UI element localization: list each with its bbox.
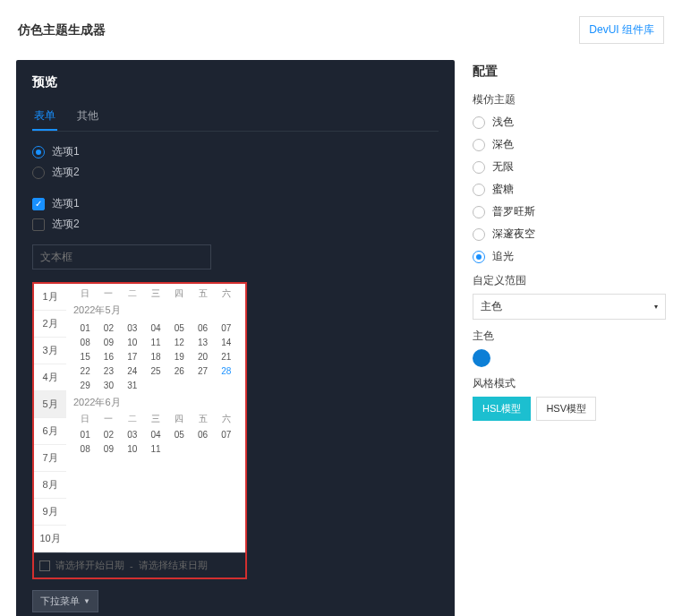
theme-radio-label: 普罗旺斯 [492, 204, 535, 219]
hsl-mode-button[interactable]: HSL模型 [473, 397, 531, 421]
dow-label: 二 [121, 287, 144, 300]
calendar-day[interactable]: 06 [191, 427, 214, 441]
calendar-day[interactable]: 10 [121, 441, 144, 456]
tab-other[interactable]: 其他 [75, 103, 100, 131]
calendar-day[interactable]: 25 [144, 364, 167, 378]
theme-radio-label: 深色 [492, 137, 514, 152]
calendar-day[interactable]: 22 [73, 364, 97, 378]
calendar-day[interactable]: 27 [191, 364, 214, 378]
devui-library-button[interactable]: DevUI 组件库 [579, 16, 664, 44]
datepicker-range-input[interactable]: 请选择开始日期 - 请选择结束日期 [34, 552, 245, 578]
calendar-day[interactable]: 09 [97, 335, 120, 349]
calendar-day[interactable]: 01 [73, 427, 97, 441]
datepicker-month-item[interactable]: 2月 [34, 311, 66, 338]
calendar-day[interactable]: 07 [215, 427, 238, 441]
custom-range-label: 自定义范围 [473, 273, 666, 288]
dropdown-menu[interactable]: 下拉菜单▼ [32, 590, 98, 612]
radio-option2[interactable] [32, 167, 45, 179]
config-panel: 配置 模仿主题 浅色深色无限蜜糖普罗旺斯深邃夜空追光 自定义范围 主色▾ 主色 … [469, 60, 666, 616]
datepicker-month-item[interactable]: 9月 [34, 499, 66, 526]
checkbox-option2[interactable] [32, 218, 45, 231]
datepicker-month-item[interactable]: 1月 [34, 284, 66, 311]
calendar-day[interactable]: 02 [97, 321, 120, 335]
calendar-day[interactable]: 05 [167, 321, 191, 335]
datepicker-month-item[interactable]: 4月 [34, 364, 66, 391]
calendar-day[interactable]: 12 [167, 335, 191, 349]
color-label: 主色 [473, 329, 666, 344]
checkbox-option2-label: 选项2 [52, 217, 80, 232]
calendar-day[interactable]: 02 [97, 427, 120, 441]
checkbox-option1-label: 选项1 [52, 196, 80, 211]
calendar-day[interactable]: 08 [73, 441, 97, 456]
config-title: 配置 [473, 64, 666, 80]
theme-radio[interactable]: 深色 [473, 137, 666, 152]
calendar-day[interactable]: 29 [73, 378, 97, 392]
calendar-day[interactable]: 31 [121, 378, 144, 392]
calendar-icon [39, 560, 50, 571]
calendar-day[interactable]: 10 [121, 335, 144, 349]
theme-radio-label: 浅色 [492, 115, 514, 130]
calendar-day[interactable]: 07 [215, 321, 238, 335]
calendar-day[interactable]: 20 [191, 349, 214, 364]
dow-label: 一 [97, 413, 120, 425]
calendar-day[interactable]: 11 [144, 335, 167, 349]
calendar-day[interactable]: 06 [191, 321, 214, 335]
datepicker-month-item[interactable]: 7月 [34, 445, 66, 472]
dow-label: 一 [97, 287, 120, 300]
theme-radio[interactable]: 普罗旺斯 [473, 204, 666, 219]
theme-radio[interactable]: 深邃夜空 [473, 227, 666, 242]
calendar-day[interactable]: 21 [215, 349, 238, 364]
page-title: 仿色主题生成器 [18, 22, 106, 38]
calendar-day[interactable]: 17 [121, 349, 144, 364]
calendar-day[interactable]: 26 [167, 364, 191, 378]
calendar-day[interactable]: 18 [144, 349, 167, 364]
datepicker-month-item[interactable]: 10月 [34, 526, 66, 552]
theme-radio[interactable]: 无限 [473, 159, 666, 175]
calendar-day[interactable]: 03 [121, 321, 144, 335]
datepicker-month-item[interactable]: 8月 [34, 472, 66, 499]
dow-label: 日 [73, 413, 97, 425]
tab-form[interactable]: 表单 [32, 103, 57, 131]
text-input[interactable] [32, 244, 211, 270]
calendar-day[interactable]: 04 [144, 321, 167, 335]
color-swatch[interactable] [473, 349, 490, 367]
theme-radio-label: 蜜糖 [492, 182, 514, 197]
calendar-day[interactable]: 05 [167, 427, 191, 441]
chevron-down-icon: ▼ [83, 597, 90, 605]
calendar-day[interactable]: 09 [97, 441, 120, 456]
datepicker-month-item[interactable]: 3月 [34, 338, 66, 364]
chevron-down-icon: ▾ [654, 303, 658, 311]
preview-tabs: 表单 其他 [32, 103, 439, 132]
calendar-day[interactable]: 24 [121, 364, 144, 378]
datepicker-month-list: 1月2月3月4月5月6月7月8月9月10月 [34, 284, 66, 552]
radio-option1[interactable] [32, 146, 45, 158]
calendar-day[interactable]: 08 [73, 335, 97, 349]
calendar-day[interactable]: 03 [121, 427, 144, 441]
theme-radio[interactable]: 浅色 [473, 115, 666, 130]
calendar-day[interactable]: 19 [167, 349, 191, 364]
datepicker-days-may: 0102030405060708091011121314151617181920… [73, 321, 238, 392]
dow-label: 四 [167, 413, 191, 425]
dow-label: 五 [191, 413, 214, 425]
checkbox-option1[interactable] [32, 198, 45, 210]
mode-label: 风格模式 [473, 376, 666, 391]
calendar-day[interactable]: 14 [215, 335, 238, 349]
calendar-day[interactable]: 28 [215, 364, 238, 378]
calendar-day[interactable]: 04 [144, 427, 167, 441]
dow-label: 三 [144, 413, 167, 425]
calendar-day[interactable]: 23 [97, 364, 120, 378]
calendar-day[interactable]: 30 [97, 378, 120, 392]
calendar-day[interactable]: 16 [97, 349, 120, 364]
hsv-mode-button[interactable]: HSV模型 [536, 397, 596, 421]
calendar-day[interactable]: 13 [191, 335, 214, 349]
custom-range-select[interactable]: 主色▾ [473, 294, 666, 320]
preview-title: 预览 [32, 74, 439, 90]
radio-option2-label: 选项2 [52, 165, 80, 180]
calendar-day[interactable]: 01 [73, 321, 97, 335]
theme-radio[interactable]: 蜜糖 [473, 182, 666, 197]
theme-radio[interactable]: 追光 [473, 249, 666, 264]
calendar-day[interactable]: 15 [73, 349, 97, 364]
datepicker-month-item[interactable]: 6月 [34, 418, 66, 445]
datepicker-month-item[interactable]: 5月 [34, 391, 66, 418]
calendar-day[interactable]: 11 [144, 441, 167, 456]
